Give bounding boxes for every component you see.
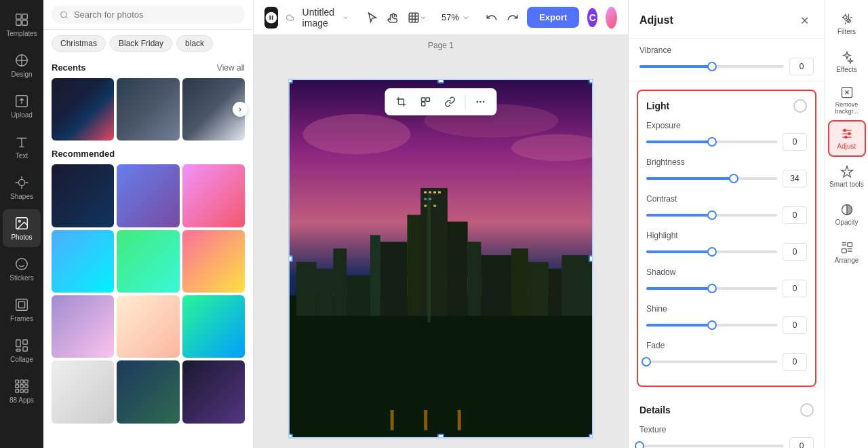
arrange-btn[interactable]: Arrange	[828, 234, 866, 271]
recents-title: Recents	[52, 62, 86, 73]
sidebar-item-stickers[interactable]: Stickers	[3, 250, 41, 288]
selection-handle-bm[interactable]	[437, 434, 444, 438]
fade-slider[interactable]	[646, 360, 777, 363]
rec-photo-2[interactable]	[117, 164, 179, 227]
selection-handle-bl[interactable]	[288, 434, 293, 438]
sidebar-item-design[interactable]: Design	[3, 46, 41, 84]
sidebar-item-photos[interactable]: Photos	[3, 209, 41, 247]
smart-tools-btn[interactable]: Smart tools	[828, 158, 866, 195]
details-reset-btn[interactable]	[800, 403, 814, 417]
pointer-tool-btn[interactable]	[366, 5, 378, 30]
adjust-title: Adjust	[639, 14, 673, 26]
rec-photo-10[interactable]	[52, 360, 114, 423]
highlight-slider[interactable]	[646, 250, 777, 253]
exposure-slider[interactable]	[646, 141, 777, 143]
sidebar-item-frames[interactable]: Frames	[3, 291, 41, 329]
close-adjust-btn[interactable]: ✕	[795, 11, 814, 30]
search-icon	[60, 10, 68, 20]
selection-handle-ml[interactable]	[288, 255, 293, 262]
sidebar-item-text[interactable]: Text	[3, 128, 41, 166]
search-input-wrap[interactable]	[52, 5, 245, 24]
crop-btn[interactable]	[391, 91, 412, 113]
selection-handle-tm[interactable]	[437, 79, 444, 83]
recommended-header: Recommended	[43, 143, 253, 162]
svg-rect-54	[448, 221, 468, 316]
adjust-btn[interactable]: Adjust	[828, 120, 866, 157]
sidebar-item-upload[interactable]: Upload	[3, 87, 41, 125]
doc-title[interactable]: Untitled image	[302, 7, 349, 29]
canvas-frame[interactable]: ↻	[288, 79, 593, 438]
rec-photo-5[interactable]	[117, 230, 179, 293]
selection-handle-tl[interactable]	[288, 79, 293, 83]
rec-photo-12[interactable]	[182, 360, 245, 423]
opacity-btn[interactable]: Opacity	[828, 196, 866, 233]
contrast-slider[interactable]	[646, 214, 777, 217]
svg-point-72	[848, 132, 850, 134]
recent-photo-1[interactable]	[52, 78, 114, 141]
svg-rect-21	[25, 384, 28, 388]
shadow-slider[interactable]	[646, 287, 777, 290]
link-btn[interactable]	[439, 91, 461, 113]
rec-photo-7[interactable]	[52, 295, 114, 358]
svg-rect-20	[20, 384, 24, 388]
remove-bg-btn[interactable]: Remove backgr...	[828, 81, 866, 119]
svg-rect-58	[528, 262, 549, 316]
cloud-icon	[286, 10, 294, 25]
texture-slider[interactable]	[639, 445, 784, 447]
effects-btn[interactable]: Effects	[828, 43, 866, 80]
light-reset-btn[interactable]	[793, 99, 807, 113]
user-avatar[interactable]	[606, 7, 617, 29]
selection-handle-br[interactable]	[589, 434, 593, 438]
highlight-row: Highlight 0	[646, 231, 807, 261]
brightness-value[interactable]: 34	[783, 170, 807, 187]
contrast-value[interactable]: 0	[783, 206, 807, 224]
zoom-control[interactable]: 57%	[435, 10, 477, 25]
shine-value[interactable]: 0	[783, 316, 807, 334]
svg-rect-75	[842, 249, 846, 253]
sidebar-item-templates[interactable]: Templates	[3, 5, 41, 43]
exposure-label: Exposure	[646, 121, 807, 130]
hand-tool-btn[interactable]	[387, 5, 399, 30]
canvas-page[interactable]: Page 1	[254, 35, 628, 448]
tag-christmas[interactable]: Christmas	[52, 35, 106, 52]
rec-photo-4[interactable]	[52, 230, 114, 293]
fade-value[interactable]: 0	[783, 353, 807, 371]
sidebar-item-apps[interactable]: 88 Apps	[3, 372, 41, 410]
redo-btn[interactable]	[506, 5, 519, 30]
rec-photo-3[interactable]	[182, 164, 245, 227]
export-button[interactable]: Export	[527, 7, 579, 28]
selection-handle-tr[interactable]	[589, 79, 593, 83]
selection-handle-mr[interactable]	[589, 255, 593, 262]
highlight-value[interactable]: 0	[783, 243, 807, 261]
sidebar-item-shapes[interactable]: Shapes	[3, 168, 41, 206]
exposure-value[interactable]: 0	[783, 133, 807, 151]
app-logo[interactable]	[264, 7, 278, 29]
shadow-value[interactable]: 0	[783, 280, 807, 297]
rec-photo-6[interactable]	[182, 230, 245, 293]
tag-black[interactable]: black	[176, 35, 213, 52]
vibrance-slider[interactable]	[639, 65, 784, 68]
rec-photo-8[interactable]	[117, 295, 179, 358]
rec-photo-11[interactable]	[117, 360, 179, 423]
right-icons-panel: Filters Effects Remove backgr... Adjust …	[825, 0, 868, 448]
search-input[interactable]	[74, 10, 237, 20]
recent-photo-2[interactable]	[117, 78, 179, 141]
svg-rect-55	[468, 242, 481, 316]
filters-btn[interactable]: Filters	[828, 5, 866, 42]
brightness-slider[interactable]	[646, 177, 777, 180]
more-options-btn[interactable]	[470, 91, 492, 113]
texture-value[interactable]: 0	[789, 437, 814, 448]
shine-slider[interactable]	[646, 324, 777, 326]
tag-black-friday[interactable]: Black Friday	[110, 35, 172, 52]
sidebar-item-collage[interactable]: Collage	[3, 331, 41, 369]
view-all-recents[interactable]: View all	[217, 63, 245, 73]
recents-header: Recents View all	[43, 57, 253, 75]
rec-photo-1[interactable]	[52, 164, 114, 227]
rec-photo-9[interactable]	[182, 295, 245, 358]
vibrance-value[interactable]: 0	[789, 58, 814, 75]
svg-rect-22	[16, 389, 19, 392]
recents-next-arrow[interactable]: ›	[233, 102, 248, 117]
position-btn[interactable]	[415, 91, 437, 113]
undo-btn[interactable]	[485, 5, 498, 30]
resize-btn[interactable]	[408, 5, 427, 30]
